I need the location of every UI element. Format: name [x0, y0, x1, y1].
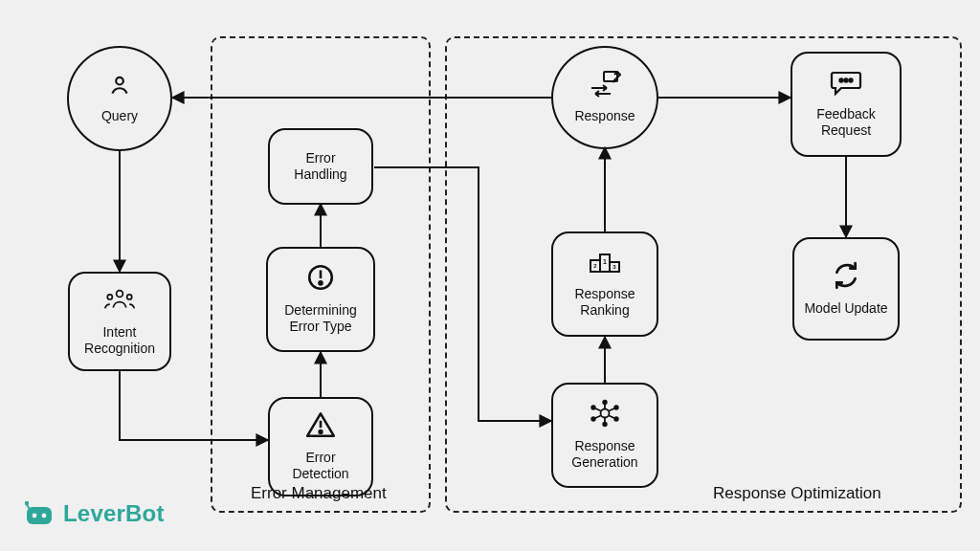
svg-text:1: 1: [603, 258, 607, 265]
svg-point-10: [107, 295, 112, 299]
network-person-icon: [589, 399, 621, 432]
svg-point-16: [320, 282, 323, 285]
group-people-icon: [103, 285, 136, 319]
node-label: Response Generation: [561, 438, 649, 472]
node-feedback-request: Feedback Request: [791, 52, 902, 157]
node-label: Feedback Request: [800, 106, 892, 140]
warning-circle-icon: [306, 263, 335, 297]
svg-point-11: [127, 295, 132, 299]
node-response-generation: Response Generation: [551, 383, 658, 488]
svg-text:2: 2: [593, 263, 597, 269]
svg-point-21: [614, 406, 618, 409]
node-label: Error Handling: [278, 150, 364, 184]
svg-point-23: [614, 417, 618, 421]
node-label: Response Ranking: [561, 286, 649, 320]
svg-point-36: [42, 514, 47, 518]
node-label: Query: [101, 108, 138, 125]
node-determining-error-type: Determining Error Type: [266, 247, 375, 352]
node-label: Response: [574, 108, 635, 125]
compose-swap-icon: [589, 71, 621, 102]
podium-icon: 1 2 3: [588, 249, 622, 280]
svg-point-19: [603, 423, 607, 427]
svg-text:3: 3: [612, 264, 616, 270]
node-label: Model Update: [804, 300, 887, 318]
svg-point-17: [601, 409, 610, 418]
refresh-icon: [832, 261, 860, 295]
svg-point-22: [591, 417, 595, 421]
svg-point-32: [844, 79, 847, 82]
logo-text: LeverBot: [63, 500, 165, 527]
node-response: Response: [551, 46, 658, 149]
svg-rect-34: [27, 507, 52, 524]
svg-point-13: [320, 430, 323, 433]
user-icon: [107, 73, 132, 102]
node-label: Error Detection: [278, 450, 364, 483]
node-label: Intent Recognition: [78, 324, 162, 358]
svg-line-38: [27, 505, 30, 509]
diagram-canvas: Error Management Response Optimization: [0, 0, 980, 551]
svg-point-9: [117, 291, 123, 298]
node-error-detection: Error Detection: [268, 397, 373, 496]
robot-icon: [23, 499, 56, 528]
svg-point-33: [849, 79, 852, 82]
node-model-update: Model Update: [792, 237, 900, 341]
svg-point-20: [591, 406, 595, 409]
warning-triangle-icon: [304, 410, 337, 444]
chat-bubble-icon: [830, 69, 862, 100]
node-error-handling: Error Handling: [268, 128, 373, 205]
node-response-ranking: 1 2 3 Response Ranking: [551, 231, 658, 337]
node-query: Query: [67, 46, 172, 151]
group-label-response-optimization: Response Optimization: [713, 484, 881, 503]
svg-point-18: [603, 401, 607, 405]
svg-point-31: [839, 79, 842, 82]
node-label: Determining Error Type: [276, 302, 366, 336]
svg-point-8: [116, 77, 123, 85]
leverbot-logo: LeverBot: [23, 499, 165, 528]
svg-rect-37: [25, 501, 29, 505]
node-intent-recognition: Intent Recognition: [68, 272, 171, 371]
svg-point-35: [33, 514, 37, 518]
